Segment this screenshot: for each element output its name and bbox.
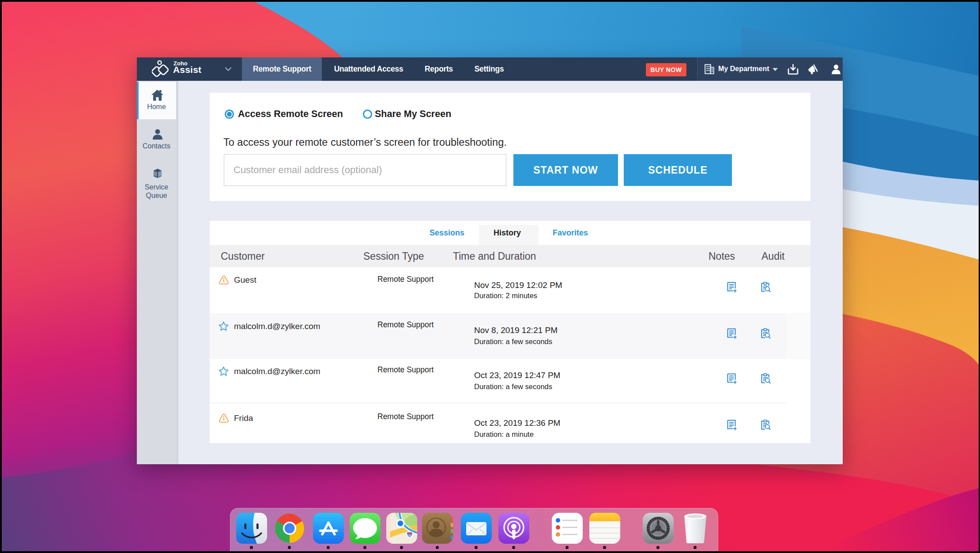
svg-text:280: 280 [407, 534, 412, 537]
